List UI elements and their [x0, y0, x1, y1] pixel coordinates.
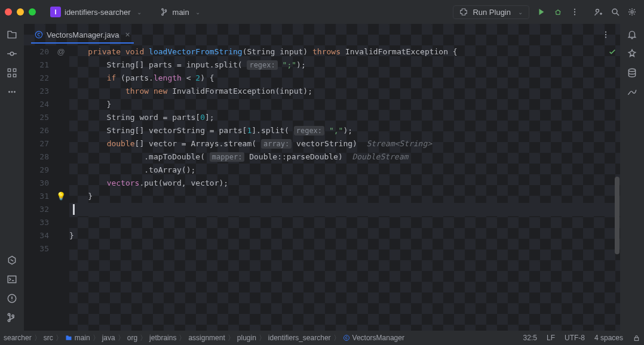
- git-tool[interactable]: [4, 309, 20, 326]
- breadcrumb-item[interactable]: jetbrains: [149, 334, 176, 342]
- code-editor[interactable]: 20212223242526272829303132333435 @💡 priv…: [24, 45, 620, 331]
- editor: VectorsManager.java × 202122232425262728…: [24, 24, 620, 331]
- tab-close[interactable]: ×: [125, 30, 130, 39]
- caret-position[interactable]: 32:5: [523, 334, 537, 342]
- breadcrumb-item[interactable]: src: [44, 334, 53, 342]
- svg-point-14: [14, 91, 16, 93]
- main-area: VectorsManager.java × 202122232425262728…: [0, 24, 644, 331]
- file-encoding[interactable]: UTF-8: [565, 334, 585, 342]
- more-tools[interactable]: [4, 84, 20, 100]
- close-window[interactable]: [5, 8, 12, 16]
- breadcrumb-item[interactable]: plugin: [237, 334, 256, 342]
- svg-rect-23: [634, 337, 639, 340]
- gutter-icons: @💡: [53, 45, 69, 331]
- commit-tool[interactable]: [4, 45, 20, 62]
- coverage-tool[interactable]: [624, 84, 640, 100]
- terminal-tool[interactable]: [4, 271, 20, 288]
- project-icon: I: [50, 7, 61, 17]
- code-with-me-icon[interactable]: [591, 5, 606, 19]
- svg-point-12: [8, 91, 10, 93]
- editor-scrollbar[interactable]: [614, 45, 620, 331]
- svg-point-5: [612, 9, 617, 14]
- svg-point-3: [574, 14, 575, 15]
- breadcrumb-item[interactable]: assignment: [188, 334, 225, 342]
- svg-point-18: [605, 31, 606, 32]
- tab-more-icon[interactable]: [599, 27, 613, 42]
- svg-point-20: [605, 36, 606, 38]
- readonly-toggle[interactable]: [633, 334, 640, 342]
- svg-point-19: [605, 34, 606, 35]
- lock-icon: [633, 334, 640, 342]
- code-content[interactable]: private void loadVectorFromString(String…: [69, 45, 620, 331]
- plugin-icon: [459, 8, 468, 16]
- svg-point-7: [10, 52, 14, 56]
- window-controls: [5, 8, 36, 16]
- svg-point-2: [574, 11, 575, 13]
- more-actions[interactable]: [568, 5, 582, 19]
- project-name: identifiers-searcher: [65, 8, 131, 17]
- scroll-thumb[interactable]: [615, 177, 620, 254]
- svg-rect-10: [8, 74, 11, 77]
- breadcrumb-item[interactable]: main: [65, 334, 90, 342]
- svg-point-6: [631, 11, 633, 13]
- notifications-tool[interactable]: [624, 26, 640, 43]
- git-branch-selector[interactable]: main ⌄: [156, 6, 205, 19]
- database-tool[interactable]: [624, 64, 640, 81]
- chevron-down-icon: ⌄: [195, 9, 200, 16]
- branch-name: main: [173, 8, 189, 17]
- project-selector[interactable]: I identifiers-searcher ⌄: [45, 5, 146, 19]
- line-separator[interactable]: LF: [547, 334, 555, 342]
- editor-tabs: VectorsManager.java ×: [24, 24, 620, 45]
- services-tool[interactable]: [4, 252, 20, 269]
- titlebar: I identifiers-searcher ⌄ main ⌄ Run Plug…: [0, 0, 644, 24]
- run-config-name: Run Plugin: [473, 8, 511, 17]
- right-tool-rail: [620, 24, 644, 331]
- run-configuration[interactable]: Run Plugin ⌄: [453, 5, 529, 19]
- search-everywhere[interactable]: [608, 5, 622, 19]
- svg-point-1: [574, 8, 575, 10]
- run-button[interactable]: [534, 5, 548, 19]
- tab-file[interactable]: VectorsManager.java ×: [29, 26, 136, 43]
- svg-rect-11: [13, 74, 16, 77]
- svg-rect-8: [8, 69, 11, 72]
- branch-icon: [161, 8, 169, 16]
- indent-info[interactable]: 4 spaces: [594, 334, 623, 342]
- breadcrumb-item[interactable]: identifiers_searcher: [268, 334, 331, 342]
- breadcrumb-item[interactable]: searcher: [4, 334, 32, 342]
- svg-point-13: [11, 91, 13, 93]
- statusbar: searcher〉src〉main〉java〉org〉jetbrains〉ass…: [0, 331, 644, 345]
- tab-filename: VectorsManager.java: [47, 30, 119, 39]
- chevron-down-icon: ⌄: [518, 9, 523, 16]
- svg-point-4: [596, 10, 599, 13]
- ai-assistant-tool[interactable]: [624, 45, 640, 62]
- debug-button[interactable]: [551, 5, 565, 19]
- minimize-window[interactable]: [17, 8, 24, 16]
- structure-tool[interactable]: [4, 64, 20, 81]
- zoom-window[interactable]: [29, 8, 36, 16]
- problems-tool[interactable]: [4, 290, 20, 307]
- breadcrumb-item[interactable]: java: [102, 334, 115, 342]
- svg-point-17: [35, 31, 42, 38]
- svg-rect-15: [8, 276, 16, 282]
- left-tool-rail: [0, 24, 24, 331]
- svg-point-21: [628, 69, 635, 72]
- svg-point-22: [344, 335, 349, 341]
- line-numbers: 20212223242526272829303132333435: [24, 45, 53, 331]
- settings-icon[interactable]: [625, 5, 639, 19]
- project-tool[interactable]: [4, 26, 20, 43]
- breadcrumb-item[interactable]: VectorsManager: [343, 334, 404, 342]
- chevron-down-icon: ⌄: [137, 9, 142, 16]
- breadcrumb[interactable]: searcher〉src〉main〉java〉org〉jetbrains〉ass…: [4, 333, 514, 343]
- svg-rect-9: [13, 69, 16, 72]
- java-class-icon: [35, 30, 43, 39]
- breadcrumb-item[interactable]: org: [127, 334, 137, 342]
